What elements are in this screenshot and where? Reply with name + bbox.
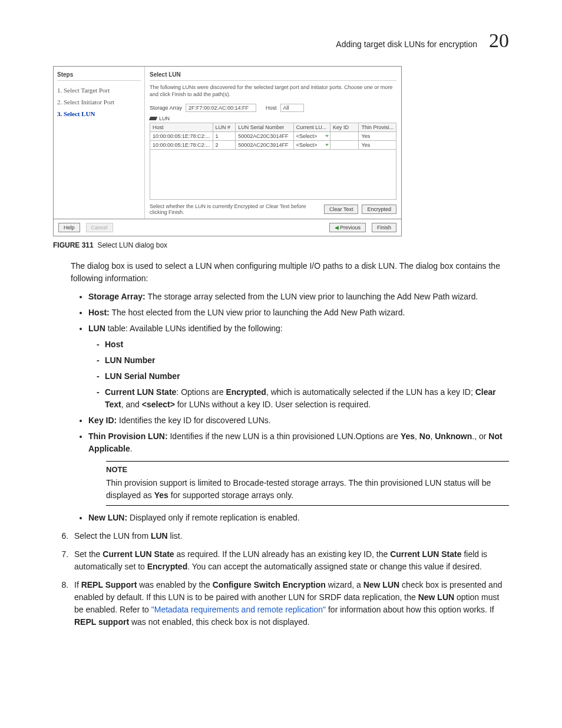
finish-button[interactable]: Finish [372,223,396,232]
dialog-description: The following LUNs were discovered for t… [150,84,396,98]
table-row[interactable]: 10:00:00:05:1E:78:C2:... 2 50002AC20C391… [150,141,396,150]
list-item: Host [105,338,509,351]
state-select[interactable]: <Select> [293,132,330,141]
list-item: Current LUN State: Options are Encrypted… [105,386,509,411]
lun-icon [149,117,157,120]
col-thin: Thin Provisi... [359,123,396,132]
chapter-number: 20 [489,29,509,52]
state-select[interactable]: <Select> [293,141,330,150]
previous-button[interactable]: ◀Previous [329,223,366,232]
storage-array-value: 2F:F7:00:02:AC:00:14:FF [186,104,256,112]
list-item: Thin Provision LUN: Identifies if the ne… [88,430,509,506]
encrypted-button[interactable]: Encrypted [362,205,396,214]
col-state: Current LU... [293,123,330,132]
help-button[interactable]: Help [58,223,80,232]
list-item: New LUN: Displayed only if remote replic… [88,512,509,524]
step-1: 1. Select Target Port [57,87,141,94]
step-2: 2. Select Initiator Port [57,98,141,106]
note-block: NOTE Thin provision support is limited t… [106,461,509,506]
previous-arrow-icon: ◀ [335,225,339,230]
dialog-steps-pane: Steps 1. Select Target Port 2. Select In… [54,67,145,219]
bottom-instruction: Select whether the LUN is currently Encr… [150,203,320,215]
list-item: Key ID: Identifies the key ID for discov… [88,414,509,427]
col-lun: LUN # [213,123,236,132]
figure-caption: FIGURE 311 Select LUN dialog box [53,241,509,249]
table-row[interactable]: 10:00:00:05:1E:78:C2:... 1 50002AC20C301… [150,132,396,141]
col-host: Host [150,123,213,132]
page-header-title: Adding target disk LUNs for encryption [336,39,477,49]
host-label: Host [266,105,277,111]
cancel-button[interactable]: Cancel [86,223,113,232]
list-item: LUN Number [105,354,509,367]
metadata-link[interactable]: "Metadata requirements and remote replic… [151,605,326,614]
dialog-content-title: Select LUN [150,71,396,81]
storage-array-label: Storage Array [150,105,182,111]
host-value: All [280,104,304,112]
step-3: 3. Select LUN [57,110,141,117]
clear-text-button[interactable]: Clear Text [324,205,358,214]
list-item: LUN table: Available LUNs identified by … [88,322,509,411]
step-8: If REPL Support was enabled by the Confi… [71,579,509,628]
figure-dialog: Steps 1. Select Target Port 2. Select In… [53,66,509,236]
col-key: Key ID [330,123,359,132]
lun-table[interactable]: Host LUN # LUN Serial Number Current LU.… [150,123,396,200]
list-item: LUN Serial Number [105,370,509,383]
intro-paragraph: The dialog box is used to select a LUN w… [71,260,509,285]
col-serial: LUN Serial Number [236,123,294,132]
step-7: Set the Current LUN State as required. I… [71,548,509,573]
list-item: Storage Array: The storage array selecte… [88,291,509,303]
list-item: Host: The host elected from the LUN view… [88,307,509,319]
lun-heading: LUN [159,116,170,121]
step-6: Select the LUN from LUN list. [71,530,509,542]
steps-title: Steps [57,71,141,81]
